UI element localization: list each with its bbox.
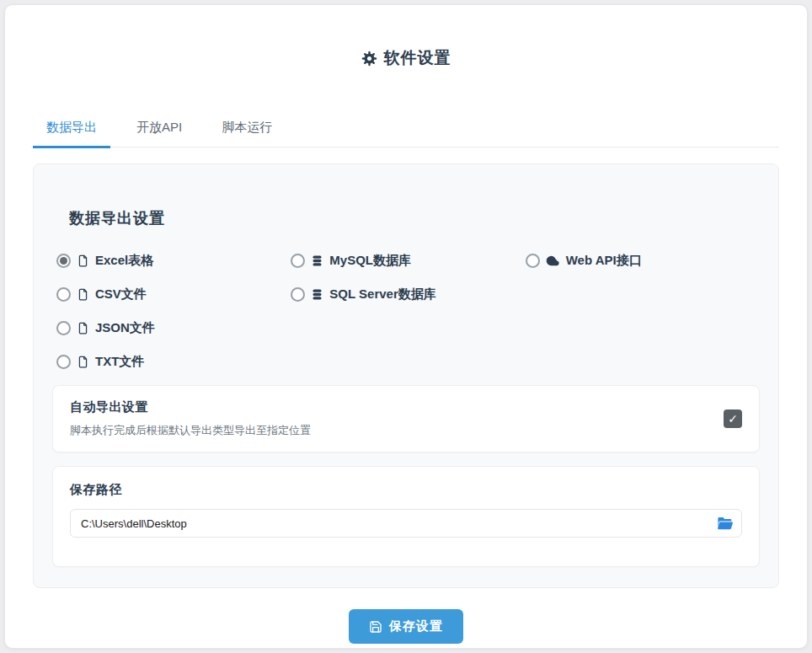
- gear-icon: [361, 51, 377, 67]
- radio-unselected[interactable]: [56, 287, 71, 302]
- export-type-label: JSON文件: [95, 320, 155, 336]
- radio-column: MySQL数据库SQL Server数据库: [291, 244, 525, 378]
- tab-open-api[interactable]: 开放API: [123, 110, 195, 148]
- export-type-option-mysql[interactable]: MySQL数据库: [291, 244, 525, 277]
- export-type-option-sqlserver[interactable]: SQL Server数据库: [291, 277, 525, 311]
- tab-script-run[interactable]: 脚本运行: [208, 110, 286, 148]
- save-path-input-wrap: [70, 509, 742, 538]
- section-title: 数据导出设置: [69, 208, 760, 228]
- file-icon: [77, 356, 89, 368]
- radio-unselected[interactable]: [56, 321, 71, 335]
- save-path-label: 保存路径: [70, 482, 742, 498]
- export-type-label: Web API接口: [566, 253, 642, 269]
- radio-selected[interactable]: [56, 254, 71, 268]
- tab-bar: 数据导出 开放API 脚本运行: [33, 110, 779, 147]
- export-type-option-excel[interactable]: Excel表格: [56, 244, 291, 277]
- radio-unselected[interactable]: [291, 254, 305, 268]
- auto-export-checkbox[interactable]: ✓: [724, 409, 742, 428]
- export-type-label: Excel表格: [95, 253, 153, 269]
- file-icon: [77, 288, 89, 301]
- radio-unselected[interactable]: [56, 355, 71, 369]
- save-settings-button[interactable]: 保存设置: [349, 609, 463, 644]
- save-path-input[interactable]: [70, 509, 742, 538]
- cloud-icon: [546, 254, 560, 268]
- radio-column: Excel表格CSV文件JSON文件TXT文件: [56, 244, 291, 378]
- export-type-option-csv[interactable]: CSV文件: [56, 277, 291, 311]
- folder-open-icon[interactable]: [717, 516, 734, 531]
- export-type-label: TXT文件: [95, 354, 144, 370]
- save-button-label: 保存设置: [389, 618, 443, 634]
- file-icon: [77, 322, 89, 335]
- settings-window: 软件设置 数据导出 开放API 脚本运行 数据导出设置 Excel表格CSV文件…: [4, 4, 808, 649]
- export-type-option-json[interactable]: JSON文件: [56, 311, 291, 345]
- radio-unselected[interactable]: [526, 254, 540, 268]
- auto-export-title: 自动导出设置: [70, 399, 311, 415]
- database-icon: [311, 288, 323, 301]
- tab-data-export[interactable]: 数据导出: [33, 110, 110, 148]
- radio-unselected[interactable]: [291, 287, 305, 302]
- save-path-card: 保存路径: [52, 466, 760, 567]
- radio-column: Web API接口: [526, 244, 760, 378]
- database-icon: [311, 254, 323, 267]
- auto-export-texts: 自动导出设置 脚本执行完成后根据默认导出类型导出至指定位置: [70, 399, 311, 438]
- export-type-option-webapi[interactable]: Web API接口: [526, 244, 760, 277]
- export-type-option-txt[interactable]: TXT文件: [56, 345, 291, 378]
- page-title: 软件设置: [5, 5, 807, 69]
- auto-export-card: 自动导出设置 脚本执行完成后根据默认导出类型导出至指定位置 ✓: [52, 385, 760, 452]
- export-type-label: CSV文件: [95, 286, 147, 302]
- export-settings-panel: 数据导出设置 Excel表格CSV文件JSON文件TXT文件MySQL数据库SQ…: [33, 163, 779, 588]
- file-icon: [77, 254, 89, 267]
- export-type-label: MySQL数据库: [329, 253, 411, 269]
- page-title-text: 软件设置: [384, 47, 451, 69]
- export-type-radio-group: Excel表格CSV文件JSON文件TXT文件MySQL数据库SQL Serve…: [56, 244, 760, 378]
- export-type-label: SQL Server数据库: [329, 286, 435, 302]
- save-icon: [369, 620, 382, 634]
- auto-export-description: 脚本执行完成后根据默认导出类型导出至指定位置: [70, 423, 311, 438]
